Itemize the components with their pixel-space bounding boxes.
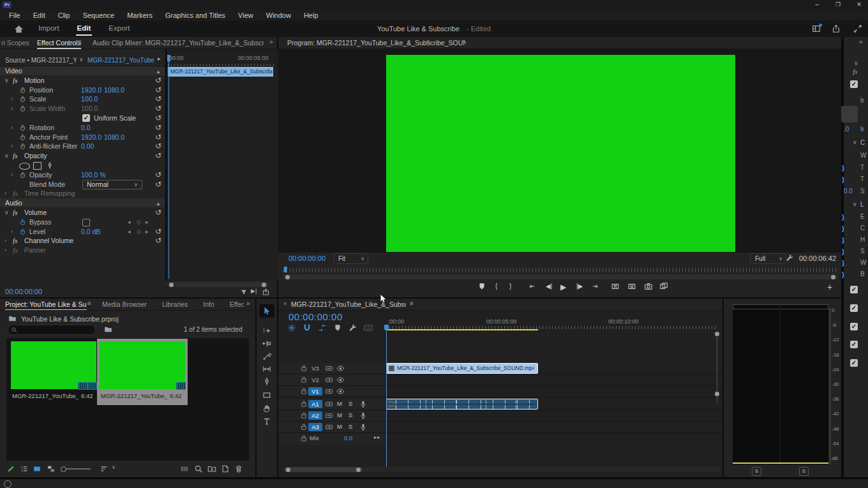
reset-icon[interactable]: ↺ [155,85,161,95]
track-name-badge[interactable]: V1 [308,387,322,396]
ec-effect-label[interactable]: Channel Volume [24,236,73,246]
tab-media-browser[interactable]: Media Browser [102,300,147,308]
ripple-edit-tool[interactable] [262,339,271,348]
lock-icon[interactable] [300,434,308,442]
reset-icon[interactable]: ↺ [155,208,161,218]
lumetri-section-checkbox[interactable]: ✓ [850,359,858,367]
tab-info[interactable]: Info [203,300,214,308]
ec-param-value[interactable]: 1080.0 [104,133,124,142]
lumetri-overflow-icon[interactable]: » [859,38,863,45]
tab-effects[interactable]: Effects [230,300,244,308]
reset-icon[interactable]: ↺ [155,76,161,85]
ec-param-value[interactable]: 1920.0 [81,133,101,142]
fullscreen-icon[interactable] [853,24,862,33]
program-h-scrollbar[interactable] [283,274,837,279]
go-to-out-icon[interactable]: ⇥ [592,283,597,290]
track-name-badge[interactable]: A2 [308,411,322,420]
tab-program-monitor[interactable]: Program: MGR-221217_YouTube_Like_&_Subsc… [287,39,466,47]
source-assign-icon[interactable] [325,400,333,408]
restore-button[interactable]: ❐ [829,0,847,10]
solo-button[interactable]: S [348,411,352,418]
effect-controls-panel-menu-icon[interactable]: ≡ [78,38,82,45]
disclosure-icon[interactable]: ∨ [4,76,9,85]
ec-playhead-grip[interactable] [167,55,170,62]
next-keyframe-icon[interactable]: ▸ [146,218,149,227]
menu-clip[interactable]: Clip [52,11,77,19]
prev-keyframe-icon[interactable]: ◂ [128,227,131,237]
mute-button[interactable]: M [337,400,342,407]
rect-mask-icon[interactable] [33,162,41,170]
lumetri-slider-knob[interactable]: ) [842,164,844,172]
disclosure-icon[interactable]: › [11,170,13,180]
lumetri-clipped-value[interactable]: 0.0 [844,188,855,195]
source-dropdown-chevron-icon[interactable]: ∨ [79,56,84,63]
automate-to-sequence-icon[interactable] [180,464,189,473]
rectangle-tool[interactable] [262,390,271,400]
lumetri-clipped-value[interactable]: .0 [844,126,855,133]
ec-playhead-line[interactable] [168,55,169,279]
source-assign-icon[interactable] [325,411,333,420]
voiceover-mic-icon[interactable] [359,400,367,408]
reset-icon[interactable]: ↺ [155,180,161,189]
track-name-badge[interactable]: V3 [308,364,322,373]
type-tool[interactable] [262,417,271,426]
stopwatch-icon[interactable] [19,105,26,112]
play-audio-icon[interactable]: ▶| [251,288,257,294]
export-icon[interactable] [262,288,270,296]
reset-icon[interactable]: ↺ [155,236,161,246]
timeline-hscroll-dot-right[interactable] [356,468,361,472]
disclosure-icon[interactable]: ∨ [4,151,9,161]
source-assign-icon[interactable] [325,364,333,373]
source-assign-icon[interactable] [325,376,333,384]
captions-icon[interactable] [364,323,373,332]
program-scroll-handle-right[interactable] [831,275,835,279]
disclosure-icon[interactable]: › [4,236,6,246]
collapse-icon[interactable]: ▲ [156,67,161,77]
source-assign-icon[interactable] [325,423,333,431]
timeline-audio-clip[interactable]: fx [386,399,538,410]
lock-icon[interactable] [300,387,308,395]
ec-effect-label[interactable]: Volume [24,208,47,218]
ec-param-value[interactable]: 100.0 % [81,170,106,180]
reset-icon[interactable]: ↺ [155,142,161,151]
sort-icon[interactable] [100,464,108,473]
mute-button[interactable]: M [337,423,342,430]
reset-icon[interactable]: ↺ [155,227,161,237]
disclosure-icon[interactable]: › [4,246,6,255]
menu-graphics-and-titles[interactable]: Graphics and Titles [159,11,232,19]
voiceover-mic-icon[interactable] [359,423,367,431]
add-marker-icon[interactable] [477,282,486,291]
ec-param-value[interactable]: 0.00 [81,142,94,151]
project-item-name[interactable]: MGR-221217_YouTube_Like... [101,392,167,399]
stopwatch-icon[interactable] [19,96,26,103]
lumetri-section-checkbox[interactable]: ✓ [850,304,858,312]
close-button[interactable]: × [850,0,868,10]
add-marker-icon[interactable] [333,323,342,332]
lumetri-fx-bypass-icon[interactable]: fx [853,68,858,75]
zoom-slider-knob[interactable] [61,466,66,472]
lumetri-section-chevron-icon[interactable]: ∨ [853,201,857,207]
ec-param-value[interactable]: 0.0 dB [81,227,100,237]
timeline-video-clip[interactable]: fx MGR-221217_YouTube_Like_&_Subscribe_S… [386,363,538,374]
lumetri-chevron-icon[interactable]: ∨ [854,60,858,66]
mark-out-icon[interactable]: } [509,283,511,290]
zoom-slider-track[interactable] [66,468,91,470]
tab-lumetri-scopes[interactable]: ri Scopes [1,39,29,47]
project-panel-menu-icon[interactable]: ≡ [87,300,91,307]
disclosure-icon[interactable]: › [11,142,13,151]
step-back-icon[interactable]: ◀| [546,283,552,290]
linked-selection-icon[interactable] [318,323,327,332]
timeline-panel-menu-icon[interactable]: ≡ [410,300,414,307]
reset-icon[interactable]: ↺ [155,170,161,180]
hand-tool[interactable] [262,404,271,413]
step-forward-icon[interactable]: |▶ [576,283,583,290]
minimize-button[interactable]: − [808,0,826,10]
ec-effect-label[interactable]: Panner [24,246,46,255]
panel-overflow-icon[interactable]: » [269,38,273,45]
find-icon[interactable] [194,464,203,473]
project-search-input[interactable] [8,325,96,335]
ec-param-value[interactable]: 100.0 [81,94,98,104]
resolution-dropdown[interactable]: Full ∨ [750,253,786,264]
lock-icon[interactable] [300,400,308,408]
voiceover-mic-icon[interactable] [359,411,367,420]
